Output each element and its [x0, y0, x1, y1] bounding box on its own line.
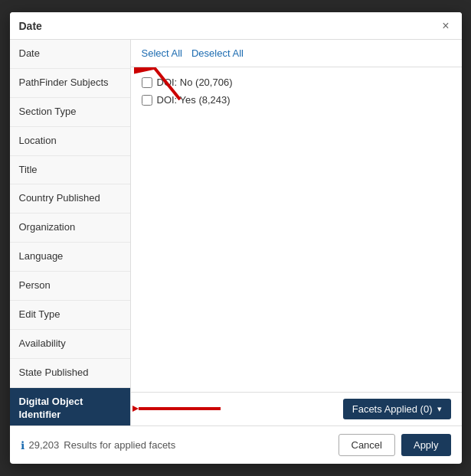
facets-applied-button[interactable]: Facets Applied (0) ▾: [343, 399, 451, 419]
modal-body: Date PathFinder Subjects Section Type Lo…: [10, 40, 462, 425]
sidebar-item-location[interactable]: Location: [10, 127, 130, 156]
chevron-down-icon: ▾: [437, 404, 442, 414]
modal-close-button[interactable]: ×: [439, 19, 452, 33]
facets-applied-label: Facets Applied (0): [352, 403, 433, 415]
sidebar-item-edit-type[interactable]: Edit Type: [10, 301, 130, 330]
sidebar-item-availability[interactable]: Availability: [10, 330, 130, 359]
info-icon: ℹ: [21, 439, 25, 452]
sidebar-item-digital-object-identifier[interactable]: Digital Object Identifier: [10, 388, 130, 425]
cancel-button[interactable]: Cancel: [339, 434, 395, 456]
sidebar-item-person[interactable]: Person: [10, 272, 130, 301]
content-top-controls: Select All Deselect All: [131, 40, 462, 67]
sidebar-item-pathfinder-subjects[interactable]: PathFinder Subjects: [10, 69, 130, 98]
content-area: Select All Deselect All DOI: No (20,706)…: [131, 40, 462, 425]
modal-overlay: Date × Date PathFinder Subjects Section …: [0, 0, 471, 476]
checkbox-doi-yes: DOI: Yes (8,243): [142, 94, 451, 106]
select-all-link[interactable]: Select All: [142, 47, 182, 59]
sidebar-item-section-type[interactable]: Section Type: [10, 98, 130, 127]
sidebar-item-language[interactable]: Language: [10, 243, 130, 272]
up-arrow-icon: [134, 67, 203, 102]
results-text: Results for applied facets: [64, 439, 175, 451]
modal-header: Date ×: [10, 12, 462, 40]
modal-title: Date: [19, 20, 42, 32]
modal-action-buttons: Cancel Apply: [339, 434, 451, 456]
sidebar-item-organization[interactable]: Organization: [10, 214, 130, 243]
sidebar: Date PathFinder Subjects Section Type Lo…: [10, 40, 131, 425]
sidebar-item-date[interactable]: Date: [10, 40, 130, 69]
modal-actions-bar: ℹ 29,203 Results for applied facets Canc…: [10, 425, 462, 464]
content-checkbox-list: DOI: No (20,706) DOI: Yes (8,243): [131, 67, 462, 392]
results-info: ℹ 29,203 Results for applied facets: [21, 439, 176, 452]
modal: Date × Date PathFinder Subjects Section …: [10, 12, 462, 464]
deselect-all-link[interactable]: Deselect All: [191, 47, 244, 59]
apply-button[interactable]: Apply: [401, 434, 451, 456]
results-count: 29,203: [29, 439, 60, 451]
svg-line-3: [148, 67, 180, 99]
sidebar-item-country-published[interactable]: Country Published: [10, 184, 130, 214]
sidebar-item-title[interactable]: Title: [10, 156, 130, 185]
sidebar-item-state-published[interactable]: State Published: [10, 359, 130, 388]
